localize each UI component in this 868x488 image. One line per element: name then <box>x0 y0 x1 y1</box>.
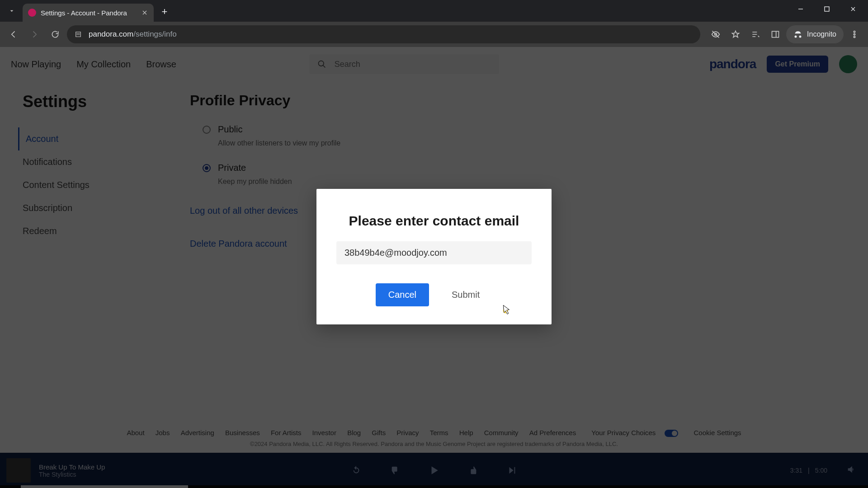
bookmark-star-icon[interactable] <box>726 25 745 43</box>
tab-favicon <box>28 9 36 17</box>
svg-rect-2 <box>772 31 779 37</box>
page-root: Now Playing My Collection Browse pandora… <box>0 47 868 488</box>
contact-email-modal: Please enter contact email Cancel Submit <box>316 189 552 324</box>
tracking-off-icon[interactable] <box>707 25 725 43</box>
window-close-icon[interactable] <box>840 0 866 18</box>
new-tab-button[interactable]: + <box>156 4 173 20</box>
media-control-icon[interactable] <box>746 25 764 43</box>
url-text: pandora.com/settings/info <box>89 30 177 39</box>
window-minimize-icon[interactable] <box>788 0 814 18</box>
svg-rect-0 <box>825 7 829 11</box>
browser-tab[interactable]: Settings - Account - Pandora <box>23 4 154 22</box>
side-panel-icon[interactable] <box>766 25 784 43</box>
site-info-icon[interactable] <box>73 29 83 39</box>
svg-point-3 <box>854 31 855 33</box>
tab-close-icon[interactable] <box>141 9 148 16</box>
nav-reload-button[interactable] <box>46 25 64 43</box>
modal-title: Please enter contact email <box>336 213 532 229</box>
address-bar[interactable]: pandora.com/settings/info <box>67 25 700 43</box>
email-field[interactable] <box>344 248 524 258</box>
svg-point-4 <box>854 33 855 35</box>
browser-toolbar: pandora.com/settings/info Incognito <box>0 22 868 47</box>
browser-menu-icon[interactable] <box>845 25 863 43</box>
submit-button[interactable]: Submit <box>439 283 492 306</box>
window-controls <box>788 0 866 18</box>
incognito-chip[interactable]: Incognito <box>786 25 844 43</box>
email-input-wrap[interactable] <box>336 241 532 264</box>
nav-forward-button[interactable] <box>25 25 43 43</box>
window-maximize-icon[interactable] <box>814 0 840 18</box>
incognito-label: Incognito <box>807 30 836 38</box>
svg-point-5 <box>854 36 855 38</box>
cancel-button[interactable]: Cancel <box>376 283 429 306</box>
nav-back-button[interactable] <box>5 25 23 43</box>
tab-search-dropdown[interactable] <box>4 3 20 19</box>
browser-titlebar: Settings - Account - Pandora + <box>0 0 868 22</box>
tab-title: Settings - Account - Pandora <box>41 9 127 17</box>
